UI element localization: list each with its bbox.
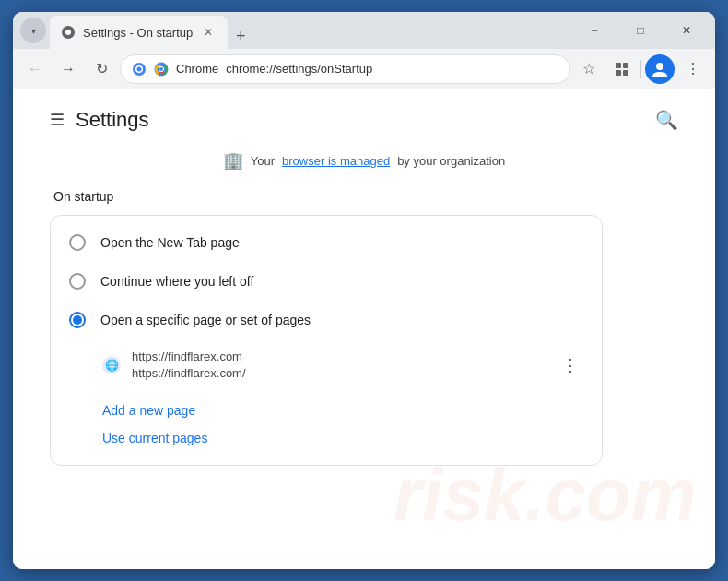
svg-rect-11 bbox=[616, 70, 621, 76]
minimize-button[interactable]: − bbox=[573, 16, 616, 45]
svg-rect-10 bbox=[623, 63, 628, 68]
main-content: ☰ Settings 🔍 🏢 Your browser is managed b… bbox=[13, 89, 715, 569]
radio-continue[interactable] bbox=[69, 273, 86, 290]
toolbar: ← → ↻ Chrome chrome://settings/onStartup bbox=[13, 49, 715, 89]
settings-tab-icon bbox=[61, 25, 76, 40]
title-bar: ▾ Settings - On startup ✕ + − □ ✕ bbox=[13, 12, 715, 49]
radio-new-tab[interactable] bbox=[69, 234, 86, 251]
chrome-icon bbox=[154, 62, 169, 77]
tab-title: Settings - On startup bbox=[83, 26, 193, 40]
toolbar-divider bbox=[640, 60, 641, 78]
svg-rect-9 bbox=[616, 63, 621, 68]
svg-point-8 bbox=[159, 67, 163, 71]
option-new-tab[interactable]: Open the New Tab page bbox=[51, 223, 602, 262]
option-continue[interactable]: Continue where you left off bbox=[51, 262, 602, 301]
add-page-row: Add a new page bbox=[51, 391, 602, 422]
use-current-row: Use current pages bbox=[51, 422, 602, 457]
settings-page-title: Settings bbox=[76, 108, 149, 132]
bookmark-button[interactable]: ☆ bbox=[574, 54, 604, 84]
svg-point-1 bbox=[65, 30, 71, 35]
tab-list-button[interactable]: ▾ bbox=[20, 18, 46, 43]
page-more-button[interactable]: ⋮ bbox=[558, 352, 583, 378]
browser-window: ▾ Settings - On startup ✕ + − □ ✕ bbox=[13, 12, 715, 569]
radio-selected-dot bbox=[73, 315, 82, 325]
refresh-button[interactable]: ↻ bbox=[87, 54, 116, 84]
chrome-name-label: Chrome bbox=[176, 62, 218, 76]
use-current-link[interactable]: Use current pages bbox=[102, 431, 207, 445]
page-url-1: https://findflarex.com bbox=[132, 349, 546, 365]
option-specific-page-label: Open a specific page or set of pages bbox=[100, 313, 311, 327]
address-bar[interactable]: Chrome chrome://settings/onStartup bbox=[120, 54, 570, 84]
maximize-button[interactable]: □ bbox=[619, 16, 662, 45]
window-controls: − □ ✕ bbox=[573, 16, 708, 45]
settings-body: ☰ Settings 🔍 🏢 Your browser is managed b… bbox=[13, 89, 715, 569]
page-url-2: https://findflarex.com/ bbox=[132, 365, 546, 382]
extensions-button[interactable] bbox=[607, 54, 637, 84]
settings-search-icon[interactable]: 🔍 bbox=[655, 109, 678, 131]
settings-header: ☰ Settings 🔍 bbox=[50, 108, 678, 132]
building-icon: 🏢 bbox=[223, 150, 243, 171]
tab-close-button[interactable]: ✕ bbox=[200, 24, 217, 41]
add-page-link[interactable]: Add a new page bbox=[102, 403, 195, 418]
forward-button[interactable]: → bbox=[53, 54, 83, 84]
close-button[interactable]: ✕ bbox=[665, 16, 708, 45]
options-card: Open the New Tab page Continue where you… bbox=[50, 215, 603, 466]
toolbar-actions: ☆ ⋮ bbox=[574, 54, 708, 84]
chrome-logo-icon bbox=[132, 62, 147, 77]
more-button[interactable]: ⋮ bbox=[678, 54, 708, 84]
managed-banner: 🏢 Your browser is managed by your organi… bbox=[50, 150, 678, 171]
option-continue-label: Continue where you left off bbox=[100, 274, 253, 289]
section-title: On startup bbox=[53, 189, 678, 204]
svg-point-4 bbox=[137, 66, 142, 71]
settings-layout: ☰ Settings 🔍 🏢 Your browser is managed b… bbox=[13, 89, 715, 569]
url-display: chrome://settings/onStartup bbox=[226, 62, 558, 76]
option-specific-page[interactable]: Open a specific page or set of pages bbox=[51, 301, 602, 339]
back-button[interactable]: ← bbox=[20, 54, 50, 84]
managed-text-after: by your organization bbox=[397, 154, 505, 168]
new-tab-button[interactable]: + bbox=[228, 23, 253, 49]
globe-icon: 🌐 bbox=[102, 356, 121, 374]
radio-specific-page[interactable] bbox=[69, 312, 86, 328]
profile-button[interactable] bbox=[645, 54, 675, 84]
active-tab[interactable]: Settings - On startup ✕ bbox=[50, 16, 228, 49]
tab-area: Settings - On startup ✕ + bbox=[50, 12, 569, 49]
page-urls: https://findflarex.com https://findflare… bbox=[132, 349, 546, 382]
managed-text-before: Your bbox=[251, 154, 275, 168]
managed-link[interactable]: browser is managed bbox=[282, 154, 390, 168]
svg-point-13 bbox=[656, 63, 663, 70]
option-new-tab-label: Open the New Tab page bbox=[100, 235, 240, 250]
watermark: risk.com bbox=[393, 458, 697, 532]
svg-rect-12 bbox=[623, 70, 628, 76]
startup-page-entry: 🌐 https://findflarex.com https://findfla… bbox=[51, 339, 602, 391]
menu-hamburger-icon[interactable]: ☰ bbox=[50, 110, 65, 130]
